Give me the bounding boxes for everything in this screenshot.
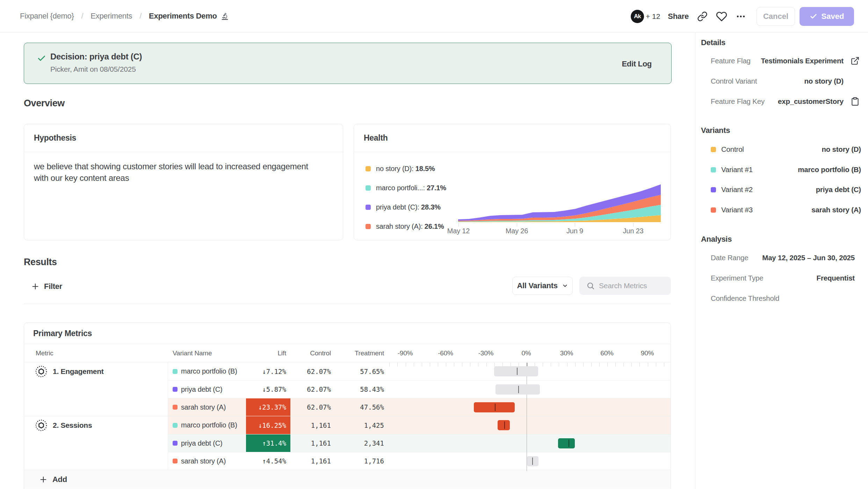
confidence-interval-cell xyxy=(388,434,671,452)
more-options-icon[interactable] xyxy=(736,11,746,22)
variant-swatch xyxy=(173,405,178,410)
health-legend-item[interactable]: sarah story (A): 26.1% xyxy=(366,224,446,229)
point-estimate-tick xyxy=(517,368,518,375)
health-legend: no story (D): 18.5%marco portfoli...: 27… xyxy=(366,166,446,243)
plus-icon xyxy=(39,476,47,483)
variant-swatch xyxy=(173,441,178,446)
point-estimate-tick xyxy=(518,386,519,393)
analysis-row: Date RangeMay 12, 2025 – Jun 30, 2025 xyxy=(711,251,855,264)
confidence-interval-bar[interactable] xyxy=(494,366,538,376)
column-header-control: Control xyxy=(290,344,335,362)
metric-variant-row[interactable]: marco portfolio (B)↓7.12%62.07%57.65% xyxy=(168,362,671,380)
add-metric-label: Add xyxy=(52,475,67,484)
metric-variant-row[interactable]: priya debt (C)↓5.87%62.07%58.43% xyxy=(168,380,671,398)
confidence-interval-bar[interactable] xyxy=(498,420,510,430)
experiment-title: Experiments Demo xyxy=(149,12,217,21)
copy-icon[interactable] xyxy=(844,97,860,106)
metric-icon xyxy=(35,365,48,380)
overview-heading: Overview xyxy=(24,98,65,109)
edit-log-button[interactable]: Edit Log xyxy=(622,59,652,69)
legend-label: priya debt (C): 28.3% xyxy=(376,203,441,211)
confidence-interval-bar[interactable] xyxy=(496,384,540,395)
metric-variant-row[interactable]: priya debt (C)↑31.4%1,1612,341 xyxy=(168,434,671,452)
lift-axis-labels: -90%-60%-30%0%30%60%90% xyxy=(388,344,671,362)
control-value: 62.07% xyxy=(290,362,335,380)
variant-value: no story (D) xyxy=(822,145,861,154)
lift-value: ↑31.4% xyxy=(246,434,290,452)
health-axis-tick xyxy=(633,223,634,227)
main-content: Decision: priya debt (C) Picker, Amit on… xyxy=(0,33,695,489)
search-metrics-box xyxy=(579,277,671,295)
breadcrumb-experiments[interactable]: Experiments xyxy=(91,12,132,21)
lift-axis-label: -30% xyxy=(478,349,494,357)
metric-variant-row[interactable]: sarah story (A)↓23.37%62.07%47.56% xyxy=(168,398,671,416)
variant-filter-dropdown[interactable]: All Variants xyxy=(512,277,573,295)
health-x-axis: May 12May 26Jun 9Jun 23 xyxy=(458,222,661,236)
cancel-button[interactable]: Cancel xyxy=(757,7,795,26)
external-link-icon[interactable] xyxy=(844,56,860,65)
variant-name: sarah story (A) xyxy=(181,403,226,411)
legend-swatch xyxy=(366,166,371,171)
collaborator-count[interactable]: + 12 xyxy=(646,12,660,21)
metric-cell[interactable]: 2. Sessions xyxy=(24,416,168,470)
confidence-interval-bar[interactable] xyxy=(558,438,575,448)
confidence-interval-bar[interactable] xyxy=(527,456,538,466)
point-estimate-tick xyxy=(569,440,569,447)
breadcrumb-current[interactable]: Experiments Demo xyxy=(149,12,229,21)
analysis-label: Date Range xyxy=(711,254,748,262)
variant-swatch xyxy=(711,147,716,152)
search-metrics-input[interactable] xyxy=(599,282,665,290)
legend-swatch xyxy=(366,224,371,229)
breadcrumb-separator: / xyxy=(139,12,142,21)
metric-cell[interactable]: 1. Engagement xyxy=(24,362,168,416)
lift-axis-label: -60% xyxy=(438,349,453,357)
health-legend-item[interactable]: no story (D): 18.5% xyxy=(366,166,446,171)
variant-label: Variant #2 xyxy=(721,185,753,194)
metric-variant-row[interactable]: marco portfolio (B)↓16.25%1,1611,425 xyxy=(168,416,671,434)
health-legend-item[interactable]: priya debt (C): 28.3% xyxy=(366,205,446,210)
add-filter-button[interactable]: Filter xyxy=(31,282,62,291)
metric-group: 2. Sessionsmarco portfolio (B)↓16.25%1,1… xyxy=(24,416,671,470)
variant-value: marco portfolio (B) xyxy=(798,165,861,174)
share-button[interactable]: Share xyxy=(668,12,689,21)
variants-section-title: Variants xyxy=(701,126,730,135)
legend-label: no story (D): 18.5% xyxy=(376,165,435,173)
analysis-row: Confidence Threshold xyxy=(711,292,855,305)
saved-button-label: Saved xyxy=(822,12,844,21)
confidence-interval-cell xyxy=(388,362,671,380)
experiment-page: Fixpanel {demo} / Experiments / Experime… xyxy=(0,0,868,489)
results-heading: Results xyxy=(24,257,57,268)
hypothesis-body[interactable]: we believe that showing customer stories… xyxy=(24,152,321,184)
column-header-lift: Lift xyxy=(246,344,290,362)
variant-swatch xyxy=(173,459,178,463)
health-area-chart xyxy=(458,183,661,222)
variant-swatch xyxy=(173,387,178,392)
treatment-value: 2,341 xyxy=(335,434,388,452)
saved-button[interactable]: Saved xyxy=(800,7,854,26)
primary-metrics-title: Primary Metrics xyxy=(33,329,92,338)
favorite-heart-icon[interactable] xyxy=(716,11,727,22)
variant-name: marco portfolio (B) xyxy=(181,421,237,429)
primary-metrics-header: Primary Metrics xyxy=(24,323,671,344)
primary-metrics-card: Primary Metrics Metric Variant Name Lift… xyxy=(24,323,671,489)
avatar[interactable]: Ak xyxy=(631,10,644,23)
control-value: 62.07% xyxy=(290,381,335,398)
metric-name: 2. Sessions xyxy=(53,419,92,432)
add-metric-button[interactable]: Add xyxy=(24,470,671,489)
copy-link-icon[interactable] xyxy=(697,11,708,22)
legend-label: marco portfoli...: 27.1% xyxy=(376,184,446,192)
health-legend-item[interactable]: marco portfoli...: 27.1% xyxy=(366,185,446,191)
control-value: 62.07% xyxy=(290,398,335,416)
variant-swatch xyxy=(711,167,716,172)
legend-label: sarah story (A): 26.1% xyxy=(376,222,444,231)
variant-name: priya debt (C) xyxy=(181,439,222,447)
confidence-interval-bar[interactable] xyxy=(474,402,515,412)
details-label: Feature Flag xyxy=(711,57,751,65)
point-estimate-tick xyxy=(532,458,533,465)
variant-value: priya debt (C) xyxy=(816,185,861,194)
metric-variant-row[interactable]: sarah story (A)↑4.54%1,1611,716 xyxy=(168,452,671,470)
health-axis-tick xyxy=(517,223,517,227)
breadcrumb-project[interactable]: Fixpanel {demo} xyxy=(20,12,74,21)
confidence-interval-cell xyxy=(388,416,671,434)
point-estimate-tick xyxy=(504,421,505,429)
